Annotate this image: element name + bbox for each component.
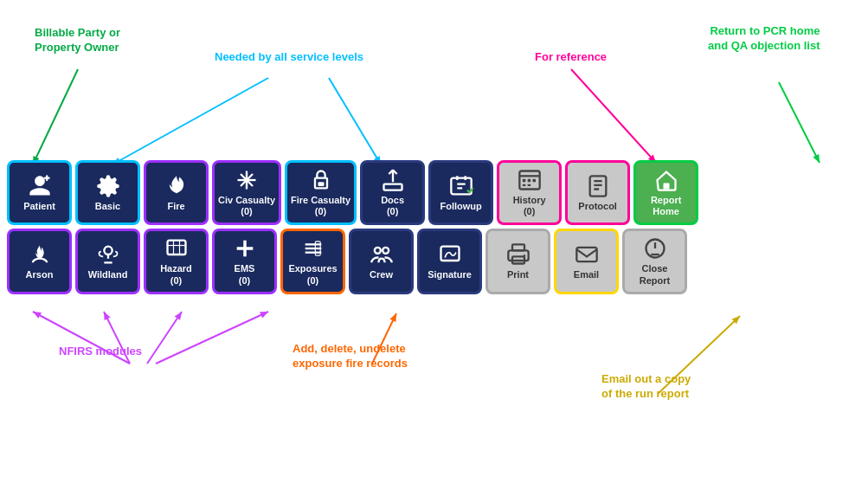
svg-point-36 bbox=[523, 255, 524, 256]
billable-annotation: Billable Party orProperty Owner bbox=[35, 26, 120, 55]
protocol-button[interactable]: Protocol bbox=[565, 160, 630, 225]
report-home-label: ReportHome bbox=[651, 195, 681, 217]
history-button[interactable]: History(0) bbox=[497, 160, 562, 225]
close-report-button[interactable]: CloseReport bbox=[622, 229, 687, 293]
svg-point-31 bbox=[383, 248, 389, 254]
needed-annotation: Needed by all service levels bbox=[215, 50, 363, 65]
hazard-label: Hazard(0) bbox=[160, 263, 192, 286]
crew-button[interactable]: Crew bbox=[349, 229, 414, 293]
add-delete-annotation: Add, delete, undeleteexposure fire recor… bbox=[293, 342, 408, 371]
svg-point-30 bbox=[374, 248, 380, 254]
reference-annotation: For reference bbox=[535, 50, 607, 65]
svg-rect-15 bbox=[522, 184, 525, 186]
exposures-button[interactable]: Exposures(0) bbox=[280, 229, 345, 293]
crew-label: Crew bbox=[370, 269, 393, 280]
svg-rect-8 bbox=[318, 182, 324, 186]
svg-rect-20 bbox=[167, 241, 185, 255]
print-label: Print bbox=[507, 269, 529, 280]
close-report-label: CloseReport bbox=[640, 263, 670, 286]
civ-casualty-button[interactable]: Civ Casualty(0) bbox=[212, 160, 281, 225]
exposures-label: Exposures(0) bbox=[288, 263, 337, 286]
svg-rect-18 bbox=[663, 184, 669, 190]
arson-button[interactable]: Arson bbox=[7, 229, 72, 293]
ems-label: EMS(0) bbox=[235, 263, 255, 286]
basic-button[interactable]: Basic bbox=[75, 160, 140, 225]
svg-rect-13 bbox=[527, 179, 530, 183]
email-button[interactable]: Email bbox=[554, 229, 619, 293]
svg-rect-12 bbox=[522, 179, 525, 183]
toolbar: Patient Basic Fire Civ Casualty(0) Fire … bbox=[0, 160, 868, 294]
civ-casualty-label: Civ Casualty(0) bbox=[218, 195, 275, 217]
svg-rect-9 bbox=[383, 184, 402, 190]
signature-label: Signature bbox=[428, 269, 472, 280]
report-home-button[interactable]: ReportHome bbox=[633, 160, 698, 225]
svg-rect-37 bbox=[576, 248, 596, 261]
return-annotation: Return to PCR homeand QA objection list bbox=[708, 24, 820, 54]
signature-button[interactable]: Signature bbox=[417, 229, 482, 293]
email-copy-annotation: Email out a copyof the run report bbox=[601, 372, 691, 402]
email-label: Email bbox=[574, 269, 599, 280]
docs-label: Docs(0) bbox=[381, 195, 404, 217]
docs-button[interactable]: Docs(0) bbox=[360, 160, 425, 225]
svg-rect-16 bbox=[527, 184, 530, 186]
protocol-label: Protocol bbox=[578, 201, 617, 212]
followup-label: Followup bbox=[440, 201, 481, 212]
toolbar-row-2: Arson Wildland Hazard(0) EMS(0) Exposure… bbox=[7, 229, 861, 293]
toolbar-row-1: Patient Basic Fire Civ Casualty(0) Fire … bbox=[7, 160, 861, 225]
hazard-button[interactable]: Hazard(0) bbox=[144, 229, 209, 293]
ems-button[interactable]: EMS(0) bbox=[212, 229, 277, 293]
nfirs-annotation: NFIRS modules bbox=[59, 345, 142, 359]
print-button[interactable]: Print bbox=[485, 229, 550, 293]
fire-label: Fire bbox=[167, 201, 184, 212]
basic-label: Basic bbox=[95, 201, 120, 212]
fire-casualty-label: Fire Casualty(0) bbox=[291, 195, 350, 217]
followup-button[interactable]: Followup bbox=[428, 160, 493, 225]
arson-label: Arson bbox=[26, 269, 54, 280]
wildland-label: Wildland bbox=[88, 269, 128, 280]
svg-point-19 bbox=[104, 247, 112, 255]
patient-label: Patient bbox=[23, 201, 55, 212]
patient-button[interactable]: Patient bbox=[7, 160, 72, 225]
wildland-button[interactable]: Wildland bbox=[75, 229, 140, 293]
history-label: History(0) bbox=[513, 195, 546, 217]
fire-button[interactable]: Fire bbox=[144, 160, 209, 225]
svg-rect-14 bbox=[532, 179, 536, 183]
fire-casualty-button[interactable]: Fire Casualty(0) bbox=[285, 160, 357, 225]
svg-rect-1 bbox=[43, 177, 49, 178]
